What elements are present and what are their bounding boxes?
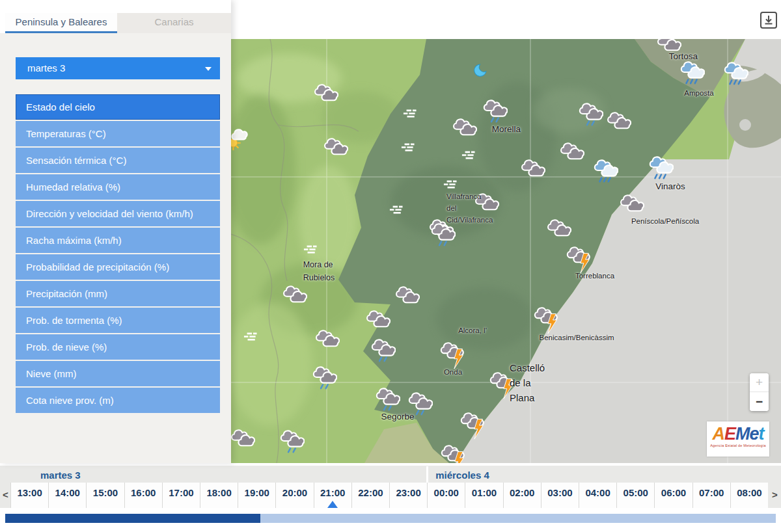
sidebar: Peninsula y Baleares Canarias martes 3 E… [0,0,231,463]
map-zoom-control: + − [750,373,769,411]
map-background [231,39,781,463]
timeline-hour-18:00[interactable]: 18:00 [200,483,238,508]
timeline-hour-20:00[interactable]: 20:00 [275,483,313,508]
forecast-map[interactable]: TortosaAmpostaMorellaVinaròsVillafrancad… [231,39,781,463]
town-label-vinar-s: Vinaròs [655,180,685,194]
day-select-dropdown[interactable]: martes 3 [16,57,220,79]
timeline-hour-15:00[interactable]: 15:00 [86,483,124,508]
timeline-hour-23:00[interactable]: 23:00 [389,483,427,508]
sidebar-item-7[interactable]: Precipitación (mm) [16,281,220,306]
zoom-in-button[interactable]: + [750,373,769,392]
sidebar-item-3[interactable]: Humedad relativa (%) [16,174,220,200]
selected-time-indicator [327,501,338,508]
timeline-day-martes: martes 3 [10,467,426,483]
zoom-out-button[interactable]: − [750,392,769,411]
timeline-hour-01:00[interactable]: 01:00 [465,483,502,508]
town-label-benicasim-benic-ssim: Benicasim/Benicàssim [539,332,614,344]
town-label-pen-scola-pe-scola: Peníscola/Peñíscola [631,216,699,228]
town-label-morella: Morella [492,123,521,137]
timeline-hour-05:00[interactable]: 05:00 [616,483,654,508]
sidebar-item-1[interactable]: Temperaturas (°C) [16,121,220,146]
sidebar-item-8[interactable]: Prob. de tormenta (%) [16,308,220,333]
timeline-hour-00:00[interactable]: 00:00 [427,483,465,508]
sidebar-item-11[interactable]: Cota nieve prov. (m) [16,388,220,413]
aemet-logo-subtitle: Agencia Estatal de Meteorología [707,444,769,447]
timeline-scrollbar-track[interactable] [5,514,776,523]
town-label-amposta: Amposta [684,88,713,100]
timeline-hour-21:00[interactable]: 21:00 [314,483,351,508]
town-label-villafranca: VillafrancadelCid/Vilafranca [446,191,493,226]
timeline-hour-07:00[interactable]: 07:00 [692,483,730,508]
download-icon [761,13,776,27]
town-label-mora-de: Mora deRubielos [303,259,335,284]
timeline-day-miercoles: miércoles 4 [429,467,768,483]
chevron-down-icon [205,67,212,71]
aemet-logo: AEMet Agencia Estatal de Meteorología [707,421,769,457]
day-select-value: martes 3 [27,62,65,73]
town-label-torreblanca: Torreblanca [575,271,614,282]
sidebar-item-6[interactable]: Probabilidad de precipitación (%) [16,254,220,280]
timeline-hour-22:00[interactable]: 22:00 [351,483,389,508]
sidebar-item-5[interactable]: Racha máxima (km/h) [16,228,220,253]
sidebar-item-10[interactable]: Nieve (mm) [16,361,220,386]
town-label-alcora-l-: Alcora, l' [458,325,487,337]
download-button[interactable] [760,12,777,29]
timeline-hour-08:00[interactable]: 08:00 [730,483,768,508]
town-label-segorbe: Segorbe [381,410,414,424]
timeline-hour-04:00[interactable]: 04:00 [579,483,616,508]
timeline-prev-button[interactable]: < [1,486,10,503]
timeline-hour-19:00[interactable]: 19:00 [238,483,275,508]
timeline-hour-17:00[interactable]: 17:00 [162,483,200,508]
timeline: martes 3 miércoles 4 13:0014:0015:0016:0… [0,463,781,532]
aemet-logo-text: AEMet [707,424,769,444]
town-label-onda: Onda [444,367,462,379]
timeline-hour-13:00[interactable]: 13:00 [10,483,48,508]
tab-peninsula-baleares[interactable]: Peninsula y Baleares [5,13,117,33]
sidebar-item-0[interactable]: Estado del cielo [16,94,220,120]
tab-canarias[interactable]: Canarias [117,13,231,33]
timeline-hour-14:00[interactable]: 14:00 [48,483,86,508]
timeline-next-button[interactable]: > [770,486,780,503]
variable-menu: Estado del cieloTemperaturas (°C)Sensaci… [16,94,220,414]
timeline-hour-03:00[interactable]: 03:00 [541,483,579,508]
timeline-hour-02:00[interactable]: 02:00 [503,483,541,508]
town-label-castell-: Castellóde laPlana [510,360,545,406]
timeline-scrollbar-thumb[interactable] [5,514,260,523]
timeline-hour-16:00[interactable]: 16:00 [124,483,162,508]
timeline-hour-06:00[interactable]: 06:00 [654,483,692,508]
town-label-tortosa: Tortosa [669,50,698,64]
sidebar-item-4[interactable]: Dirección y velocidad del viento (km/h) [16,201,220,226]
sidebar-item-2[interactable]: Sensación térmica (°C) [16,148,220,173]
sidebar-item-9[interactable]: Prob. de nieve (%) [16,334,220,360]
